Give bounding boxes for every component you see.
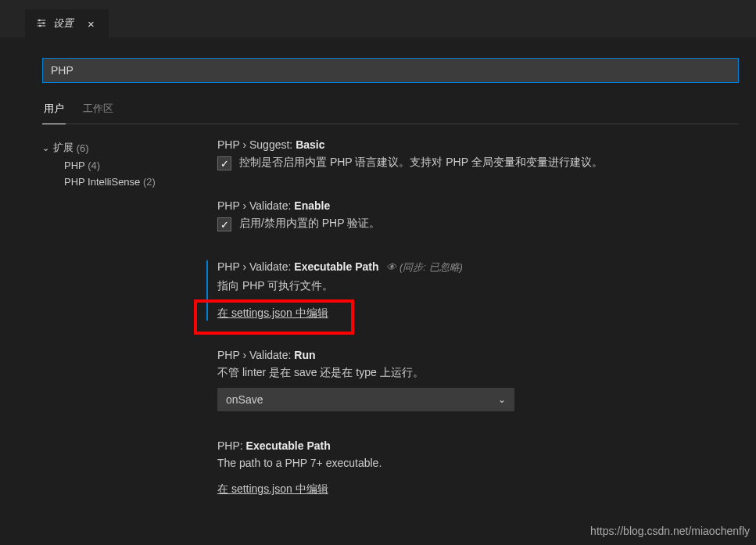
setting-php-validate-enable: PHP › Validate: Enable ✓ 启用/禁用内置的 PHP 验证… (217, 199, 739, 232)
svg-point-1 (42, 22, 45, 24)
edit-in-settings-json-link[interactable]: 在 settings.json 中编辑 (217, 307, 328, 319)
tree-parent-label: 扩展 (53, 141, 73, 155)
sync-ignored-meta: 👁 (同步: 已忽略) (386, 261, 463, 273)
setting-title: PHP: Executable Path (217, 439, 739, 452)
settings-tree: ⌄ 扩展 (6) PHP (4) PHP IntelliSense (2) (42, 138, 199, 525)
setting-desc: 不管 linter 是在 save 还是在 type 上运行。 (217, 366, 739, 380)
dropdown-value: onSave (226, 393, 263, 406)
setting-php-validate-executable-path: PHP › Validate: Executable Path 👁 (同步: 已… (206, 260, 739, 321)
chevron-down-icon: ⌄ (42, 143, 53, 153)
setting-desc: The path to a PHP 7+ executable. (217, 457, 739, 469)
scope-tab-workspace[interactable]: 工作区 (81, 97, 115, 124)
setting-title: PHP › Validate: Run (217, 349, 739, 361)
scope-tab-user[interactable]: 用户 (42, 97, 66, 124)
svg-point-0 (38, 19, 41, 21)
eye-off-icon: 👁 (386, 261, 396, 273)
settings-list: PHP › Suggest: Basic ✓ 控制是否启用内置 PHP 语言建议… (199, 138, 739, 525)
tree-item-count: (4) (88, 160, 100, 171)
setting-php-suggest-basic: PHP › Suggest: Basic ✓ 控制是否启用内置 PHP 语言建议… (217, 138, 739, 171)
setting-php-validate-run: PHP › Validate: Run 不管 linter 是在 save 还是… (217, 349, 739, 411)
tree-parent-count: (6) (73, 142, 89, 154)
tree-item-php-intellisense[interactable]: PHP IntelliSense (2) (42, 174, 199, 190)
tree-item-count: (2) (143, 176, 156, 188)
close-icon[interactable]: × (84, 15, 98, 33)
edit-in-settings-json-link[interactable]: 在 settings.json 中编辑 (217, 482, 328, 495)
setting-desc: 控制是否启用内置 PHP 语言建议。支持对 PHP 全局变量和变量进行建议。 (239, 156, 603, 170)
search-row (42, 58, 739, 83)
settings-icon (36, 17, 47, 30)
svg-point-2 (39, 24, 41, 27)
tree-item-label: PHP (64, 160, 85, 171)
checkbox-validate-enable[interactable]: ✓ (217, 217, 231, 231)
tab-label: 设置 (53, 16, 73, 30)
watermark: https://blog.csdn.net/miaochenfly (590, 525, 750, 537)
dropdown-validate-run[interactable]: onSave ⌄ (217, 388, 514, 411)
tree-parent-extensions[interactable]: ⌄ 扩展 (6) (42, 138, 199, 157)
setting-title: PHP › Suggest: Basic (217, 138, 739, 151)
tree-item-php[interactable]: PHP (4) (42, 157, 199, 174)
settings-tab[interactable]: 设置 × (25, 9, 109, 38)
setting-desc: 指向 PHP 可执行文件。 (217, 279, 739, 293)
settings-search-input[interactable] (42, 58, 739, 83)
setting-desc: 启用/禁用内置的 PHP 验证。 (239, 217, 380, 231)
checkbox-suggest-basic[interactable]: ✓ (217, 156, 231, 170)
setting-title: PHP › Validate: Executable Path 👁 (同步: 已… (217, 260, 739, 274)
scope-tabs: 用户 工作区 (42, 97, 739, 124)
setting-title: PHP › Validate: Enable (217, 199, 739, 212)
tree-item-label: PHP IntelliSense (64, 176, 140, 188)
tab-row: 设置 × (0, 9, 756, 38)
chevron-down-icon: ⌄ (498, 394, 506, 405)
setting-php-executable-path: PHP: Executable Path The path to a PHP 7… (217, 439, 739, 497)
